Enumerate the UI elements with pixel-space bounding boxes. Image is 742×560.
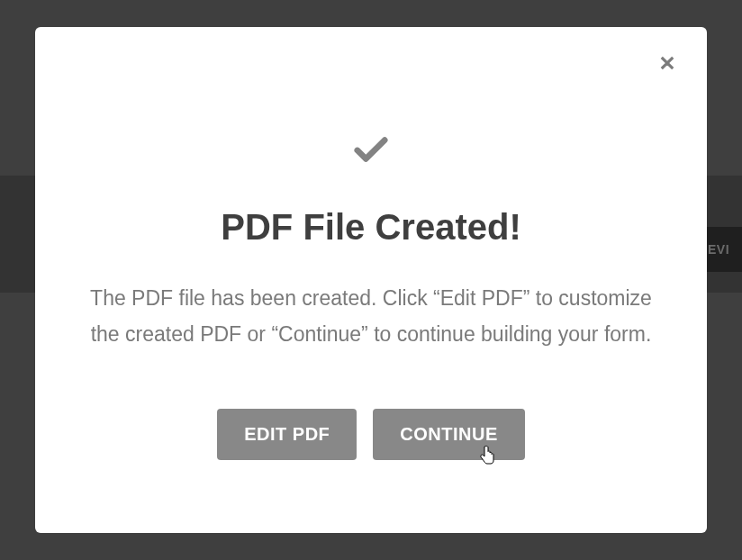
background-preview-fragment: EVI [702, 227, 742, 272]
modal-description: The PDF file has been created. Click “Ed… [83, 280, 659, 353]
continue-button[interactable]: CONTINUE [373, 409, 524, 460]
edit-pdf-button[interactable]: EDIT PDF [217, 409, 357, 460]
close-icon [657, 53, 677, 77]
modal-title: PDF File Created! [221, 207, 520, 248]
modal-button-row: EDIT PDF CONTINUE [217, 409, 525, 460]
close-button[interactable] [655, 52, 680, 77]
pdf-created-modal: PDF File Created! The PDF file has been … [35, 27, 707, 533]
check-icon [354, 135, 388, 164]
